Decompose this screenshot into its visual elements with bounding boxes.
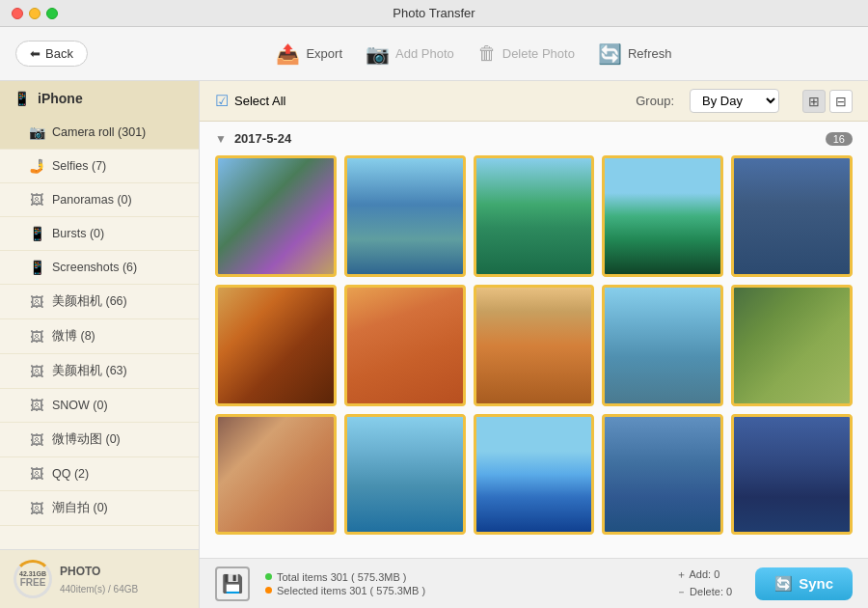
sidebar-item-screenshots[interactable]: 📱 Screenshots (6) [0,251,199,285]
export-label: Export [306,46,342,61]
sidebar-footer: 42.31GB FREE PHOTO 440item(s) / 64GB [0,549,199,608]
photo-thumb-14[interactable] [602,414,723,536]
photo-thumb-4[interactable] [602,155,723,277]
sidebar-item-icon-pao: 🖼 [29,501,44,516]
total-items-line: Total items 301 ( 575.3MB ) [265,571,425,583]
toolbar-actions: 📤 Export 📷 Add Photo 🗑 Delete Photo 🔄 Re… [95,42,853,66]
sidebar-title: iPhone [38,91,83,106]
content-toolbar: ☑ Select All Group: By Day By Month By Y… [200,81,868,122]
sidebar-item-label-weibo: 微博 (8) [52,328,95,345]
delete-info-line: － Delete: 0 [676,585,732,599]
photo-image-10 [734,288,850,403]
photo-thumb-6[interactable] [215,285,337,406]
sync-button[interactable]: 🔄 Sync [755,567,853,600]
photo-thumb-15[interactable] [731,414,853,536]
refresh-action[interactable]: 🔄 Refresh [598,42,672,66]
photo-area: ▼ 2017-5-24 16 [200,122,868,558]
status-icon: 💾 [215,567,250,601]
add-plus-icon: ＋ [676,568,687,580]
sidebar-item-label-snow: SNOW (0) [52,399,108,412]
status-texts: Total items 301 ( 575.3MB ) Selected ite… [265,571,425,596]
delete-photo-action[interactable]: 🗑 Delete Photo [477,42,575,65]
sidebar-item-weibo-gif[interactable]: 🖼 微博动图 (0) [0,423,199,457]
photo-image-3 [476,158,592,274]
date-count: 16 [826,132,853,146]
photo-image-2 [347,158,463,274]
total-dot [265,573,272,580]
date-collapse-arrow[interactable]: ▼ [215,132,227,146]
sidebar-item-snow[interactable]: 🖼 SNOW (0) [0,389,199,423]
sidebar-item-bursts[interactable]: 📱 Bursts (0) [0,217,199,251]
sidebar-item-icon-meipai1: 🖼 [29,294,44,310]
sidebar-item-selfies[interactable]: 🤳 Selfies (7) [0,150,199,183]
photo-thumb-10[interactable] [731,285,853,406]
photo-label: PHOTO [60,565,100,578]
storage-free-label: FREE [20,577,46,588]
grid-view-button[interactable]: ⊞ [802,90,826,113]
photo-thumb-1[interactable] [215,155,337,277]
export-action[interactable]: 📤 Export [276,42,342,66]
add-photo-action[interactable]: 📷 Add Photo [366,42,454,66]
sidebar-item-label-selfies: Selfies (7) [52,159,106,173]
back-button[interactable]: ⬅ Back [15,41,88,67]
sidebar-item-icon-selfies: 🤳 [29,158,44,174]
content-area: ☑ Select All Group: By Day By Month By Y… [200,81,868,608]
window-title: Photo Transfer [393,6,475,20]
sidebar-item-icon-snow: 🖼 [29,398,44,413]
sidebar-item-weibo[interactable]: 🖼 微博 (8) [0,319,199,354]
list-view-button[interactable]: ⊟ [829,90,853,113]
storage-capacity: 440item(s) / 64GB [60,584,138,594]
date-section: ▼ 2017-5-24 16 [215,131,853,535]
storage-gb: 42.31GB [19,570,46,577]
refresh-icon: 🔄 [598,42,622,66]
add-value: 0 [714,568,719,580]
photo-image-13 [476,417,592,533]
storage-info: 42.31GB FREE PHOTO 440item(s) / 64GB [14,560,185,598]
photo-thumb-5[interactable] [731,155,853,277]
sidebar-item-meipai1[interactable]: 🖼 美颜相机 (66) [0,285,199,319]
sidebar-item-panoramas[interactable]: 🖼 Panoramas (0) [0,183,199,217]
add-delete-info: ＋ Add: 0 － Delete: 0 [676,567,732,599]
photo-thumb-2[interactable] [344,155,466,277]
select-all-checkbox[interactable]: ☑ [215,92,229,110]
photo-thumb-9[interactable] [602,285,723,406]
sidebar-item-label-bursts: Bursts (0) [52,227,104,240]
title-bar: Photo Transfer [0,0,868,27]
maximize-button[interactable] [46,8,58,19]
close-button[interactable] [12,8,23,19]
group-label: Group: [636,94,674,108]
sidebar-item-icon-weibo: 🖼 [29,329,44,345]
date-label: 2017-5-24 [234,131,291,146]
sidebar-item-meipai2[interactable]: 🖼 美颜相机 (63) [0,354,199,389]
app-toolbar: ⬅ Back 📤 Export 📷 Add Photo 🗑 Delete Pho… [0,27,868,81]
photo-grid [215,155,853,535]
back-label: Back [45,46,73,61]
add-photo-label: Add Photo [395,46,454,61]
sidebar-item-qq[interactable]: 🖼 QQ (2) [0,457,199,491]
sidebar-item-pao[interactable]: 🖼 潮自拍 (0) [0,491,199,526]
select-all-wrap[interactable]: ☑ Select All [215,92,285,110]
sidebar-item-icon-screenshots: 📱 [29,260,44,275]
photo-thumb-12[interactable] [344,414,466,536]
main-area: 📱 iPhone 📷 Camera roll (301) 🤳 Selfies (… [0,81,868,608]
photo-thumb-7[interactable] [344,285,466,406]
storage-detail: PHOTO 440item(s) / 64GB [60,562,138,596]
status-bar: 💾 Total items 301 ( 575.3MB ) Selected i… [200,558,868,608]
sidebar-item-camera-roll[interactable]: 📷 Camera roll (301) [0,116,199,150]
export-icon: 📤 [276,42,300,66]
photo-thumb-8[interactable] [474,285,595,406]
add-label: Add: [689,568,711,580]
photo-image-1 [218,158,334,274]
status-right: ＋ Add: 0 － Delete: 0 🔄 Sync [676,567,853,600]
delete-value: 0 [726,586,732,597]
add-info-line: ＋ Add: 0 [676,567,732,582]
photo-thumb-13[interactable] [474,414,595,536]
photo-thumb-11[interactable] [215,414,337,536]
photo-image-7 [347,288,463,403]
minimize-button[interactable] [29,8,41,19]
sidebar-item-label-panoramas: Panoramas (0) [52,193,132,207]
group-select[interactable]: By Day By Month By Year [690,89,779,113]
photo-thumb-3[interactable] [474,155,595,277]
refresh-label: Refresh [628,46,672,61]
iphone-icon: 📱 [14,91,30,106]
